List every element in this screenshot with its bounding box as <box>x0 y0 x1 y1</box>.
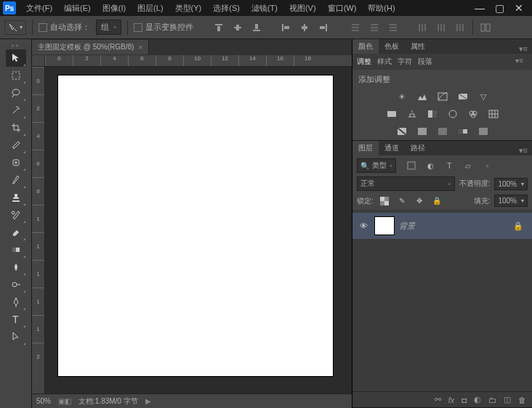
tab-color[interactable]: 颜色 <box>352 39 379 54</box>
lock-pixels-icon[interactable]: ✎ <box>395 195 408 207</box>
pen-tool[interactable] <box>6 293 26 311</box>
menu-filter[interactable]: 滤镜(T) <box>247 1 282 15</box>
align-hcenter-icon[interactable] <box>298 22 311 33</box>
brightness-icon[interactable]: ☀ <box>395 91 408 102</box>
distribute-left-icon[interactable] <box>416 22 429 33</box>
align-right-icon[interactable] <box>317 22 330 33</box>
filter-smart-icon[interactable]: ▫ <box>480 160 493 171</box>
dodge-tool[interactable] <box>6 276 26 293</box>
distribute-right-icon[interactable] <box>454 22 467 33</box>
status-doc-size[interactable]: 文档:1.83M/0 字节 <box>78 396 138 407</box>
hue-sat-icon[interactable] <box>385 108 398 120</box>
menu-file[interactable]: 文件(F) <box>22 1 57 15</box>
vibrance-icon[interactable]: ▽ <box>477 91 490 102</box>
visibility-toggle-icon[interactable]: 👁 <box>357 221 370 230</box>
history-brush-tool[interactable] <box>6 206 26 224</box>
distribute-vcenter-icon[interactable] <box>368 22 381 33</box>
3d-mode-icon[interactable] <box>479 22 492 33</box>
threshold-icon[interactable] <box>436 126 449 137</box>
transform-controls-checkbox[interactable]: 显示变换控件 <box>134 22 193 33</box>
opacity-input[interactable]: 100%▾ <box>494 178 528 190</box>
channel-mixer-icon[interactable] <box>467 108 480 120</box>
delete-layer-icon[interactable]: 🗑 <box>518 396 526 404</box>
posterize-icon[interactable] <box>416 126 429 137</box>
new-layer-icon[interactable]: ◫ <box>504 395 511 404</box>
lock-position-icon[interactable]: ✥ <box>413 195 426 207</box>
minimize-button[interactable]: — <box>475 2 485 14</box>
fill-input[interactable]: 100%▾ <box>494 195 528 207</box>
link-layers-icon[interactable]: ⚯ <box>435 395 441 404</box>
panel-menu-icon[interactable]: ▾≡ <box>511 57 528 67</box>
gradient-map-icon[interactable] <box>456 126 469 137</box>
move-tool[interactable] <box>6 49 26 67</box>
lock-transparency-icon[interactable] <box>378 195 391 207</box>
tab-paragraph[interactable]: 段落 <box>418 57 432 67</box>
align-left-icon[interactable] <box>279 22 292 33</box>
toolbox-handle[interactable]: ▸▸ <box>0 42 31 49</box>
layer-lock-icon[interactable]: 🔒 <box>509 221 528 231</box>
lock-all-icon[interactable]: 🔒 <box>430 195 443 207</box>
filter-shape-icon[interactable]: ▱ <box>462 160 475 171</box>
lasso-tool[interactable] <box>6 84 26 102</box>
align-bottom-icon[interactable] <box>250 22 263 33</box>
distribute-hcenter-icon[interactable] <box>435 22 448 33</box>
panel-menu-icon[interactable]: ▾≡ <box>515 44 532 54</box>
layer-name[interactable]: 背景 <box>399 221 509 232</box>
layer-row[interactable]: 👁 背景 🔒 <box>352 213 532 239</box>
menu-view[interactable]: 视图(V) <box>285 1 321 15</box>
type-tool[interactable]: T <box>6 311 26 328</box>
menu-help[interactable]: 帮助(H) <box>363 1 399 15</box>
distribute-bottom-icon[interactable] <box>387 22 400 33</box>
blur-tool[interactable] <box>6 258 26 276</box>
layer-thumbnail[interactable] <box>374 216 395 235</box>
new-adjustment-icon[interactable]: ◐ <box>474 395 481 404</box>
auto-select-checkbox[interactable]: 自动选择： <box>39 22 90 33</box>
color-lookup-icon[interactable] <box>487 108 500 120</box>
tab-layers[interactable]: 图层 <box>352 141 379 155</box>
menu-window[interactable]: 窗口(W) <box>323 1 361 15</box>
curves-icon[interactable] <box>436 91 449 102</box>
menu-type[interactable]: 类型(Y) <box>171 1 206 15</box>
eraser-tool[interactable] <box>6 224 26 241</box>
tab-channels[interactable]: 通道 <box>379 141 405 155</box>
levels-icon[interactable] <box>416 91 429 102</box>
align-vcenter-icon[interactable] <box>231 22 244 33</box>
invert-icon[interactable] <box>395 126 408 137</box>
path-select-tool[interactable] <box>6 328 26 346</box>
tab-adjustments[interactable]: 调整 <box>357 57 371 67</box>
exposure-icon[interactable] <box>456 91 469 102</box>
filter-adjust-icon[interactable]: ◐ <box>424 160 437 171</box>
blend-mode-dropdown[interactable]: 正常÷ <box>357 176 455 191</box>
healing-brush-tool[interactable] <box>6 154 26 171</box>
ruler-vertical[interactable]: 02468111112 <box>32 67 45 393</box>
document-tab[interactable]: 主图固定模板 @ 50%(RGB/8) × <box>32 40 149 54</box>
photo-filter-icon[interactable] <box>446 108 459 120</box>
menu-select[interactable]: 选择(S) <box>209 1 244 15</box>
menu-edit[interactable]: 编辑(E) <box>60 1 95 15</box>
layer-mask-icon[interactable]: ◘ <box>462 396 467 404</box>
eyedropper-tool[interactable] <box>6 136 26 154</box>
align-top-icon[interactable] <box>212 22 225 33</box>
menu-image[interactable]: 图像(I) <box>98 1 130 15</box>
tab-swatches[interactable]: 色板 <box>379 39 405 54</box>
stamp-tool[interactable] <box>6 189 26 206</box>
brush-tool[interactable] <box>6 171 26 189</box>
new-group-icon[interactable]: 🗀 <box>488 396 496 404</box>
layer-style-icon[interactable]: fx <box>448 396 455 404</box>
tab-properties[interactable]: 属性 <box>405 39 431 54</box>
menu-layer[interactable]: 图层(L) <box>133 1 167 15</box>
tool-preset-picker[interactable]: ▾ <box>4 20 26 35</box>
ruler-origin[interactable] <box>32 55 45 67</box>
color-balance-icon[interactable] <box>406 108 419 120</box>
layer-filter-dropdown[interactable]: 🔍 类型 ÷ <box>357 158 396 173</box>
gradient-tool[interactable] <box>6 241 26 258</box>
auto-select-type-dropdown[interactable]: 组÷ <box>96 20 121 35</box>
close-button[interactable]: ✕ <box>515 2 523 14</box>
status-proxy-icon[interactable]: ▣◧ <box>58 397 71 405</box>
tab-close-icon[interactable]: × <box>138 44 142 52</box>
panel-menu-icon[interactable]: ▾≡ <box>515 146 532 155</box>
filter-pixel-icon[interactable] <box>405 160 418 171</box>
tab-styles[interactable]: 样式 <box>377 57 392 67</box>
crop-tool[interactable] <box>6 119 26 136</box>
wand-tool[interactable] <box>6 102 26 119</box>
